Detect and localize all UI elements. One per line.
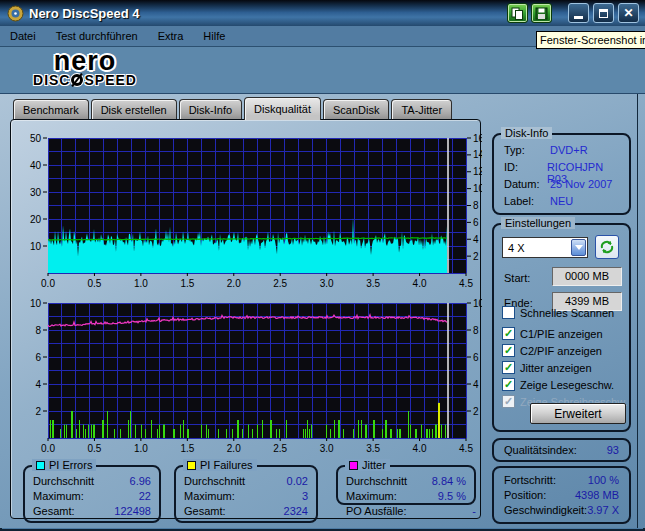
header: nero DISCSPEED [0:2] LITE-ON DVDRW LH-20… bbox=[0, 47, 645, 94]
maximize-button[interactable] bbox=[593, 3, 614, 23]
speed-select[interactable]: 4 X bbox=[502, 237, 588, 258]
axis-tick-label: 3.0 bbox=[320, 278, 334, 289]
axis-tick-label: 8 bbox=[35, 325, 41, 336]
close-button[interactable]: ✕ bbox=[618, 3, 639, 23]
checkbox-jitter-anzeigen[interactable]: Jitter anzeigen bbox=[502, 360, 592, 375]
axis-tick-label: 0.5 bbox=[87, 278, 101, 289]
jitter-swatch bbox=[349, 461, 358, 470]
window-title: Nero DiscSpeed 4 bbox=[29, 6, 140, 21]
checkbox-zeige-lesegeschw[interactable]: Zeige Lesegeschw. bbox=[502, 377, 614, 392]
logo-nero: nero bbox=[14, 50, 156, 73]
checkbox-box[interactable] bbox=[502, 327, 515, 340]
maximize-icon bbox=[599, 9, 608, 18]
checkbox-schnelles-scannen[interactable]: Schnelles Scannen bbox=[502, 305, 614, 320]
logo-discspeed: DISCSPEED bbox=[14, 73, 156, 88]
titlebar: Nero DiscSpeed 4 ✕ bbox=[0, 0, 645, 26]
position-value: 4398 MB bbox=[575, 488, 619, 503]
floppy-icon bbox=[535, 7, 548, 20]
axis-tick-label: 10 bbox=[30, 241, 42, 252]
quality-charts: 10203040502468101214160.00.51.01.52.02.5… bbox=[11, 120, 482, 460]
speed-select-value: 4 X bbox=[503, 242, 571, 254]
axis-tick-label: 3.0 bbox=[320, 443, 334, 454]
start-field[interactable]: 0000 MB bbox=[552, 267, 622, 286]
axis-tick-label: 20 bbox=[30, 214, 42, 225]
axis-tick-label: 2.5 bbox=[273, 278, 287, 289]
minimize-button[interactable] bbox=[568, 3, 589, 23]
axis-tick-label: 2 bbox=[473, 251, 479, 262]
axis-tick-label: 2.5 bbox=[273, 443, 287, 454]
close-icon: ✕ bbox=[623, 7, 633, 19]
tab-benchmark[interactable]: Benchmark bbox=[13, 99, 89, 120]
quality-index-panel: Qualitätsindex:93 bbox=[492, 438, 631, 462]
pi-failures-max-spike bbox=[438, 403, 440, 438]
axis-tick-label: 10 bbox=[473, 183, 482, 194]
axis-tick-label: 6 bbox=[35, 352, 41, 363]
axis-tick-label: 0.0 bbox=[41, 278, 55, 289]
progress-panel: Fortschritt:100 % Position:4398 MB Gesch… bbox=[492, 466, 631, 524]
minimize-icon bbox=[574, 16, 583, 19]
app-window: Nero DiscSpeed 4 ✕ Datei Test durchführe… bbox=[0, 0, 645, 531]
checkbox-box[interactable] bbox=[502, 395, 515, 408]
axis-tick-label: 0.5 bbox=[87, 443, 101, 454]
po-failures-row: PO Ausfälle:- bbox=[346, 504, 476, 518]
axis-tick-label: 2.0 bbox=[227, 443, 241, 454]
axis-tick-label: 0.0 bbox=[41, 443, 55, 454]
chevron-down-icon[interactable] bbox=[571, 239, 586, 256]
axis-tick-label: 30 bbox=[30, 187, 42, 198]
save-button[interactable] bbox=[531, 3, 552, 23]
axis-tick-label: 8 bbox=[473, 200, 479, 211]
tab-diskqualitaet[interactable]: Diskqualität bbox=[244, 97, 321, 120]
axis-tick-label: 3.5 bbox=[366, 443, 380, 454]
axis-tick-label: 2.0 bbox=[227, 278, 241, 289]
axis-tick-label: 6 bbox=[473, 217, 479, 228]
axis-tick-label: 4 bbox=[35, 379, 41, 390]
axis-tick-label: 1.5 bbox=[180, 278, 194, 289]
axis-tick-label: 4.5 bbox=[459, 278, 473, 289]
axis-tick-label: 14 bbox=[473, 149, 482, 160]
axis-tick-label: 4 bbox=[473, 379, 479, 390]
axis-tick-label: 1.0 bbox=[134, 443, 148, 454]
erweitert-button[interactable]: Erweitert bbox=[530, 403, 626, 424]
pi-failures-swatch bbox=[187, 461, 196, 470]
checkbox-box[interactable] bbox=[502, 361, 515, 374]
disc-icon bbox=[71, 74, 83, 86]
axis-tick-label: 16 bbox=[473, 133, 482, 144]
checkbox-box[interactable] bbox=[502, 344, 515, 357]
screenshot-button[interactable] bbox=[507, 3, 528, 23]
tab-disk-info[interactable]: Disk-Info bbox=[179, 99, 242, 120]
axis-tick-label: 6 bbox=[473, 352, 479, 363]
pi-failures-stats: PI Failures Durchschnitt0.02 Maximum:3 G… bbox=[174, 465, 318, 523]
copy-icon bbox=[511, 7, 524, 20]
tooltip: Fenster-Screenshot in bbox=[536, 31, 645, 49]
disk-info-panel: Disk-Info Typ:DVD+R ID:RICOHJPN R03 Datu… bbox=[492, 133, 631, 215]
refresh-button[interactable] bbox=[595, 235, 619, 259]
axis-tick-label: 4.0 bbox=[413, 443, 427, 454]
menu-datei[interactable]: Datei bbox=[0, 26, 46, 46]
axis-tick-label: 40 bbox=[30, 160, 42, 171]
axis-tick-label: 1.5 bbox=[180, 443, 194, 454]
menu-test-durchfuehren[interactable]: Test durchführen bbox=[46, 26, 148, 46]
axis-tick-label: 2 bbox=[473, 406, 479, 417]
menu-hilfe[interactable]: Hilfe bbox=[193, 26, 235, 46]
axis-tick-label: 4 bbox=[473, 234, 479, 245]
window-frame-line bbox=[637, 94, 638, 528]
menu-extra[interactable]: Extra bbox=[148, 26, 194, 46]
tab-ta-jitter[interactable]: TA-Jitter bbox=[391, 99, 452, 120]
axis-tick-label: 10 bbox=[473, 298, 482, 309]
checkbox-box[interactable] bbox=[502, 306, 515, 319]
axis-tick-label: 50 bbox=[30, 133, 42, 144]
quality-index-value: 93 bbox=[607, 440, 619, 461]
app-icon bbox=[7, 5, 24, 22]
axis-tick-label: 4.5 bbox=[459, 443, 473, 454]
tab-disk-erstellen[interactable]: Disk erstellen bbox=[91, 99, 177, 120]
tab-scandisk[interactable]: ScanDisk bbox=[323, 99, 389, 120]
pi-errors-stats: PI Errors Durchschnitt6.96 Maximum:22 Ge… bbox=[23, 465, 161, 523]
axis-tick-label: 12 bbox=[473, 166, 482, 177]
progress-value: 100 % bbox=[588, 473, 619, 488]
checkbox-box[interactable] bbox=[502, 378, 515, 391]
axis-tick-label: 10 bbox=[30, 298, 42, 309]
axis-tick-label: 4.0 bbox=[413, 278, 427, 289]
checkbox-c1-pie-anzeigen[interactable]: C1/PIE anzeigen bbox=[502, 326, 603, 341]
checkbox-c2-pif-anzeigen[interactable]: C2/PIF anzeigen bbox=[502, 343, 602, 358]
jitter-stats: Jitter Durchschnitt8.84 % Maximum:9.5 % bbox=[336, 465, 476, 505]
